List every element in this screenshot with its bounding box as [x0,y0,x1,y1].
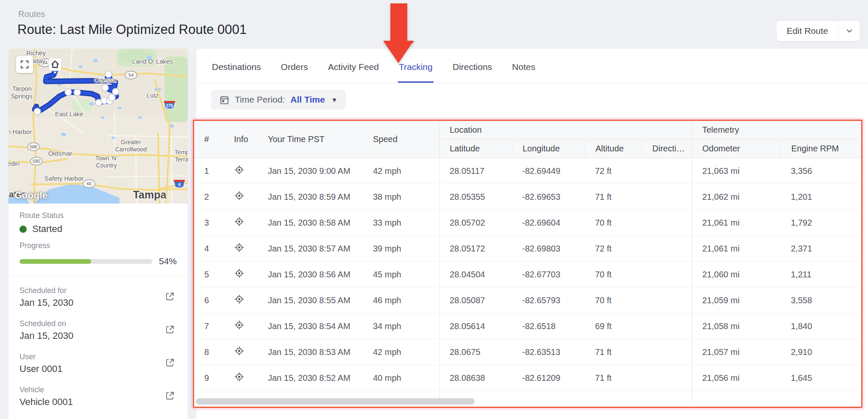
detail-scheduled-on: Scheduled onJan 15, 2030 [19,313,177,346]
external-link-icon[interactable] [163,389,177,404]
cell: 1,840 [781,313,862,339]
cell: Jan 15, 2030 8:57 AM [258,236,363,262]
cell: 40 mph [363,365,439,391]
external-link-icon[interactable] [163,356,177,371]
fullscreen-icon[interactable] [16,56,33,73]
cell: 28.05087 [439,288,512,313]
cell: 71 ft [585,365,642,391]
cell: Jan 15, 2030 8:53 AM [258,339,363,365]
gps-info-icon[interactable] [234,216,245,227]
table-row[interactable]: 8Jan 15, 2030 8:53 AM42 mph28.0675-82.63… [194,339,862,365]
cell: -82.67703 [512,262,585,288]
breadcrumb[interactable]: Routes [18,9,45,19]
cell [642,262,692,288]
route-status-label: Route Status [19,211,177,220]
cell: 21,057 mi [692,339,781,365]
col-header: Latitude [439,140,512,158]
cell: -82.69604 [512,210,585,236]
cell [642,288,692,313]
gps-info-icon[interactable] [234,346,245,356]
svg-text:Safety Harbor: Safety Harbor [45,175,84,182]
cell [642,365,692,391]
time-period-value[interactable]: All Time [290,95,325,105]
cell: Jan 15, 2030 8:52 AM [258,365,363,391]
external-link-icon[interactable] [163,290,177,305]
svg-text:Tampa: Tampa [133,189,167,201]
route-status-section: Route Status Started Progress 54% [8,204,188,277]
gps-info-icon[interactable] [234,320,245,330]
google-logo: Google [14,190,48,201]
cell [642,158,692,184]
horizontal-scrollbar[interactable] [196,398,475,405]
table-row[interactable]: 2Jan 15, 2030 8:59 AM38 mph28.05355-82.6… [194,184,862,210]
gps-info-icon[interactable] [234,165,245,175]
chevron-down-icon[interactable] [838,21,860,41]
tab-activity-feed[interactable]: Activity Feed [327,49,380,83]
svg-text:East Lake: East Lake [55,110,83,117]
gps-info-icon[interactable] [234,372,245,382]
detail-value: Jan 15, 2030 [19,297,163,308]
col-header: Longitude [512,140,585,158]
svg-text:60: 60 [86,181,92,186]
progress-label: Progress [19,241,177,250]
cell: -82.63513 [512,339,585,365]
cell: 71 ft [585,184,642,210]
tab-destinations[interactable]: Destinations [211,49,262,83]
cell: 1,645 [781,365,862,391]
cell [642,210,692,236]
cell: 21,062 mi [692,184,781,210]
table-row[interactable]: 5Jan 15, 2030 8:56 AM45 mph28.04504-82.6… [194,262,862,288]
svg-text:n Harbor: n Harbor [8,128,32,135]
tab-notes[interactable]: Notes [511,49,536,83]
svg-text:Greater: Greater [121,139,141,145]
col-header: Your Time PST [258,121,363,158]
table-row[interactable]: 6Jan 15, 2030 8:55 AM46 mph28.05087-82.6… [194,288,862,313]
tab-bar: DestinationsOrdersActivity FeedTrackingD… [196,49,868,83]
table-row[interactable]: 4Jan 15, 2030 8:57 AM39 mph28.05172-82.6… [194,236,862,262]
svg-text:Tarpon: Tarpon [12,85,32,92]
col-header: Altitude [585,140,642,158]
map-canvas: 5454275586580604 RicheyHolidayLand O' La… [8,49,188,204]
detail-scheduled-for: Scheduled forJan 15, 2030 [19,280,177,313]
cell: 5 [194,262,224,288]
cell: 70 ft [585,262,642,288]
svg-text:275: 275 [166,103,173,108]
col-header: Directi… [642,140,692,158]
svg-text:4: 4 [178,182,181,187]
cell: 3 [194,210,224,236]
cell: 45 mph [363,262,439,288]
tab-orders[interactable]: Orders [280,49,309,83]
detail-value: Vehicle 0001 [19,397,163,408]
svg-text:Springs: Springs [11,92,33,100]
cell: 33 mph [363,210,439,236]
detail-value: User 0001 [19,363,163,374]
col-header: Engine RPM [781,140,862,158]
svg-text:Temp: Temp [175,149,188,156]
cell [642,184,692,210]
svg-text:Town 'N': Town 'N' [95,155,117,162]
table-row[interactable]: 9Jan 15, 2030 8:52 AM40 mph28.08638-82.6… [194,365,862,391]
cell: Jan 15, 2030 8:54 AM [258,313,363,339]
gps-info-icon[interactable] [234,294,245,304]
page-title: Route: Last Mile Optimized Route 0001 [17,22,247,37]
table-row[interactable]: 7Jan 15, 2030 8:54 AM34 mph28.05614-82.6… [194,313,862,339]
gps-info-icon[interactable] [234,268,245,279]
sidebar: 5454275586580604 RicheyHolidayLand O' La… [8,49,188,419]
tab-tracking[interactable]: Tracking [398,49,434,83]
table-row[interactable]: 1Jan 15, 2030 9:00 AM42 mph28.05117-82.6… [194,158,862,184]
external-link-icon[interactable] [163,323,177,338]
svg-text:Odessa: Odessa [94,76,116,84]
svg-text:Country: Country [96,162,117,169]
route-map[interactable]: 5454275586580604 RicheyHolidayLand O' La… [8,49,188,204]
edit-route-button[interactable]: Edit Route [776,20,860,42]
table-row[interactable]: 3Jan 15, 2030 8:58 AM33 mph28.05702-82.6… [194,210,862,236]
cell: 70 ft [585,288,642,313]
gps-info-icon[interactable] [234,190,245,201]
cell: 3,558 [781,288,862,313]
tracking-table: #InfoYour Time PSTSpeedLocationTelemetry… [194,121,862,401]
edit-route-label[interactable]: Edit Route [776,21,838,41]
time-period-dropdown[interactable]: Time Period: All Time ▼ [211,90,346,109]
route-details-page: Routes Route: Last Mile Optimized Route … [0,0,868,419]
gps-info-icon[interactable] [234,242,245,253]
tab-directions[interactable]: Directions [452,49,493,83]
